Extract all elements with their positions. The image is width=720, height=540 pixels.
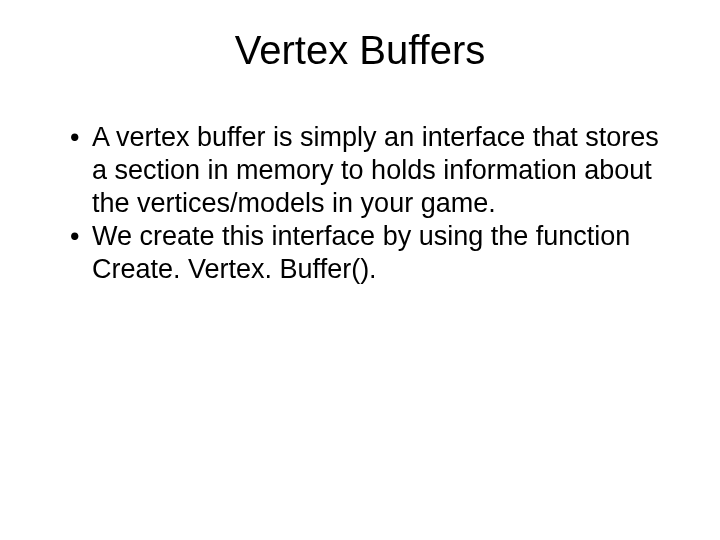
- bullet-list: A vertex buffer is simply an interface t…: [68, 121, 660, 286]
- slide-title: Vertex Buffers: [60, 28, 660, 73]
- slide-container: Vertex Buffers A vertex buffer is simply…: [0, 0, 720, 540]
- slide-content: A vertex buffer is simply an interface t…: [60, 121, 660, 286]
- bullet-item: We create this interface by using the fu…: [68, 220, 660, 286]
- bullet-item: A vertex buffer is simply an interface t…: [68, 121, 660, 220]
